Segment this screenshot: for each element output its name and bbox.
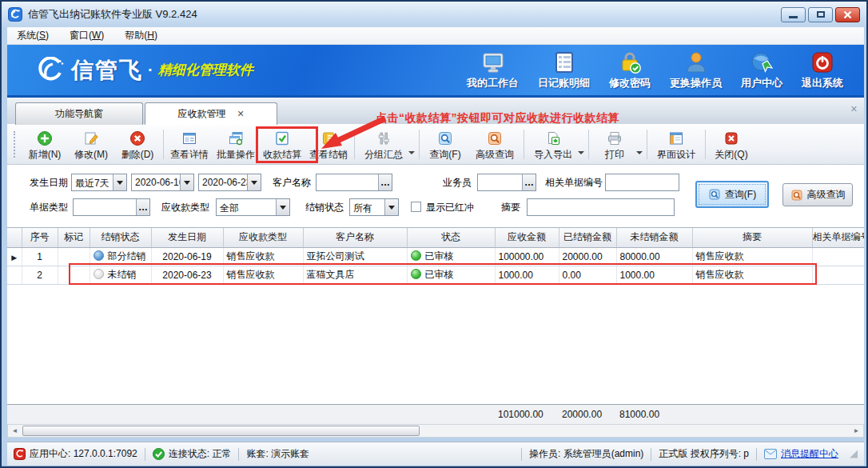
- maximize-button[interactable]: [808, 7, 833, 22]
- app-window: 信管飞出纳记账软件专业版 V9.2.424 系统(S) 窗口(W) 帮助(H) …: [0, 0, 868, 468]
- tab-close-icon[interactable]: ✕: [237, 109, 244, 119]
- ui-design-icon: [668, 130, 684, 146]
- view-details-button[interactable]: 查看详情: [166, 125, 213, 164]
- col-customer[interactable]: 客户名称: [303, 228, 407, 247]
- delete-button[interactable]: 删除(D): [114, 125, 161, 164]
- query-icon: [708, 188, 721, 201]
- print-button[interactable]: 打印: [591, 125, 638, 164]
- minimize-icon: [789, 16, 798, 18]
- toolbar-close-icon: [723, 130, 739, 146]
- close-button[interactable]: [835, 7, 860, 22]
- col-amount[interactable]: 应收金额: [495, 228, 559, 247]
- action-switch-operator[interactable]: 更换操作员: [670, 50, 722, 90]
- operator-icon: [684, 50, 708, 74]
- brand-logo-icon: [38, 57, 65, 84]
- close-icon: [843, 10, 852, 19]
- date-preset-select[interactable]: 最近7天: [71, 174, 127, 191]
- lookup-ellipsis-icon[interactable]: …: [378, 174, 392, 190]
- toolbar-separator: [588, 130, 589, 159]
- ui-design-button[interactable]: 界面设计: [650, 125, 703, 164]
- col-related[interactable]: 相关单据编号: [812, 228, 864, 247]
- add-button[interactable]: 新增(N): [22, 125, 68, 164]
- status-cell: 已审核: [407, 247, 495, 266]
- current-row-pointer-icon: ▶: [7, 247, 22, 266]
- col-unsettled[interactable]: 未结销金额: [616, 228, 692, 247]
- table-row[interactable]: ▶ 1 部分结销 2020-06-19 销售应收款 亚拓公司测试 已审核 100…: [7, 247, 864, 266]
- toolbar-adv-query-button[interactable]: 高级查询: [468, 125, 521, 164]
- col-memo[interactable]: 摘要: [692, 228, 812, 247]
- toolbar-grip[interactable]: [14, 131, 17, 158]
- col-seq[interactable]: 序号: [22, 228, 58, 247]
- dropdown-arrow-icon[interactable]: [180, 174, 193, 190]
- edit-button[interactable]: 修改(M): [68, 125, 114, 164]
- group-summary-dropdown-icon[interactable]: [408, 151, 415, 154]
- group-summary-button[interactable]: 分组汇总: [357, 125, 410, 164]
- action-user-center[interactable]: 用户中心: [741, 50, 782, 90]
- lookup-ellipsis-icon[interactable]: …: [136, 199, 149, 215]
- minimize-button[interactable]: [781, 7, 806, 22]
- action-journal-detail[interactable]: 日记账明细: [538, 50, 590, 90]
- customer-input[interactable]: …: [316, 174, 392, 191]
- resize-grip[interactable]: [850, 450, 858, 458]
- recv-type-select[interactable]: 全部: [216, 198, 290, 216]
- lookup-ellipsis-icon[interactable]: …: [522, 174, 536, 190]
- dropdown-arrow-icon[interactable]: [113, 174, 126, 190]
- col-status[interactable]: 状态: [407, 228, 495, 247]
- add-icon: [37, 130, 53, 146]
- toolbar-close-button[interactable]: 关闭(Q): [708, 125, 755, 164]
- scroll-right-icon[interactable]: ►: [850, 425, 863, 437]
- title-bar[interactable]: 信管飞出纳记账软件专业版 V9.2.424: [2, 2, 866, 27]
- related-no-input[interactable]: [605, 174, 679, 191]
- import-export-button[interactable]: 导入导出: [527, 125, 579, 164]
- doc-type-input[interactable]: …: [73, 198, 150, 216]
- scroll-left-icon[interactable]: ◄: [8, 425, 22, 437]
- date-to-select[interactable]: 2020-06-23: [198, 174, 261, 191]
- table-row[interactable]: 2 未结销 2020-06-23 销售应收款 蓝猫文具店 已审核 1000.00…: [7, 266, 864, 284]
- action-change-password[interactable]: 修改密码: [609, 50, 651, 90]
- status-bar: 应用中心: 127.0.0.1:7092 连接状态: 正常 账套: 演示账套 操…: [7, 442, 864, 466]
- dropdown-arrow-icon[interactable]: [384, 199, 398, 215]
- col-settled[interactable]: 已结销金额: [559, 228, 616, 247]
- date-from-select[interactable]: 2020-06-16: [131, 174, 194, 191]
- panel-close-icon[interactable]: ✕: [850, 104, 858, 114]
- app-logo-icon: [8, 7, 22, 22]
- toolbar-separator: [354, 130, 355, 159]
- memo-input[interactable]: [527, 198, 675, 216]
- advanced-query-button[interactable]: 高级查询: [782, 183, 853, 206]
- col-settle-status[interactable]: 结销状态: [90, 228, 151, 247]
- brand-slogan: 精细化管理软件: [158, 61, 253, 79]
- show-reversed-checkbox[interactable]: [411, 202, 421, 212]
- scrollbar-thumb[interactable]: [22, 426, 420, 436]
- import-export-dropdown-icon[interactable]: [578, 151, 584, 154]
- horizontal-scrollbar[interactable]: ◄ ►: [7, 424, 864, 438]
- print-dropdown-icon[interactable]: [636, 151, 643, 154]
- receipt-settle-button[interactable]: 收款结算: [259, 125, 305, 164]
- action-exit-system[interactable]: 退出系统: [802, 50, 843, 90]
- settle-state-label: 结销状态: [305, 198, 344, 216]
- dropdown-arrow-icon[interactable]: [247, 174, 261, 190]
- tab-receivable-management[interactable]: 应收款管理 ✕: [145, 102, 277, 125]
- col-mark[interactable]: 标记: [58, 228, 90, 247]
- action-my-workbench[interactable]: 我的工作台: [467, 50, 519, 90]
- dropdown-arrow-icon[interactable]: [276, 199, 289, 215]
- query-icon: [437, 130, 453, 146]
- account-set-status: 账套: 演示账套: [246, 447, 309, 461]
- date-label: 发生日期: [30, 174, 68, 191]
- menu-system[interactable]: 系统(S): [17, 29, 49, 42]
- toolbar-query-button[interactable]: 查询(F): [422, 125, 468, 164]
- operator-status: 操作员: 系统管理员(admin): [529, 447, 643, 461]
- view-settle-button[interactable]: 查看结销: [305, 125, 352, 164]
- maximize-icon: [817, 11, 825, 18]
- col-type[interactable]: 应收款类型: [223, 228, 303, 247]
- col-date[interactable]: 发生日期: [151, 228, 223, 247]
- settle-state-select[interactable]: 所有: [349, 198, 399, 216]
- tab-nav-panel[interactable]: 功能导航窗: [15, 102, 143, 125]
- query-button[interactable]: 查询(F): [695, 181, 769, 208]
- salesman-input[interactable]: …: [477, 174, 536, 191]
- batch-operations-button[interactable]: 批量操作: [213, 125, 259, 164]
- brand-dot: ·: [148, 61, 153, 79]
- message-center-link[interactable]: 消息提醒中心: [764, 447, 838, 461]
- menu-bar: 系统(S) 窗口(W) 帮助(H): [7, 27, 864, 45]
- menu-help[interactable]: 帮助(H): [125, 29, 157, 42]
- menu-window[interactable]: 窗口(W): [70, 29, 104, 42]
